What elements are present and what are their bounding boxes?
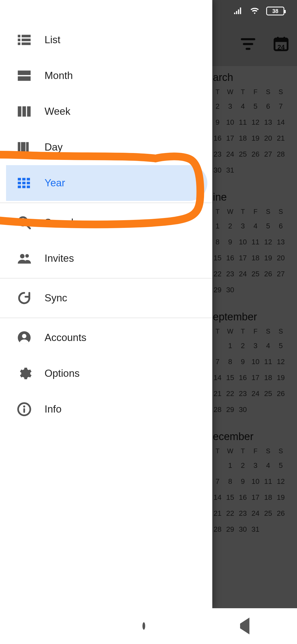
home-button[interactable] bbox=[142, 624, 145, 629]
svg-rect-23 bbox=[27, 182, 30, 184]
svg-rect-11 bbox=[18, 76, 31, 81]
drawer-item-label: List bbox=[45, 34, 61, 46]
svg-rect-10 bbox=[18, 70, 31, 75]
drawer-item-label: Options bbox=[45, 368, 80, 379]
week-icon bbox=[16, 104, 32, 119]
svg-rect-34 bbox=[23, 408, 25, 413]
drawer-item-label: Day bbox=[45, 141, 63, 153]
drawer-item-label: Week bbox=[45, 106, 70, 117]
svg-rect-15 bbox=[18, 142, 20, 152]
month-icon bbox=[16, 68, 32, 83]
svg-rect-16 bbox=[21, 142, 25, 152]
svg-point-28 bbox=[20, 254, 24, 258]
drawer-item-list[interactable]: List bbox=[0, 22, 212, 58]
drawer-item-label: Search bbox=[45, 217, 77, 228]
svg-rect-4 bbox=[18, 35, 20, 37]
svg-rect-21 bbox=[18, 182, 21, 184]
drawer-item-year[interactable]: Year bbox=[6, 165, 207, 201]
drawer-item-options[interactable]: Options bbox=[0, 356, 212, 391]
year-icon bbox=[16, 175, 32, 191]
drawer-item-month[interactable]: Month bbox=[0, 58, 212, 94]
people-icon bbox=[16, 251, 32, 266]
nav-drawer: List Month Week Day bbox=[0, 0, 212, 608]
battery-percent: 38 bbox=[272, 8, 278, 14]
svg-rect-17 bbox=[26, 142, 29, 152]
svg-rect-24 bbox=[18, 185, 21, 188]
gear-icon bbox=[16, 366, 32, 381]
divider bbox=[0, 203, 212, 203]
drawer-item-label: Sync bbox=[45, 292, 67, 304]
drawer-item-invites[interactable]: Invites bbox=[0, 241, 212, 276]
svg-rect-18 bbox=[18, 178, 21, 180]
svg-rect-7 bbox=[22, 39, 31, 41]
svg-point-31 bbox=[22, 334, 26, 338]
drawer-item-accounts[interactable]: Accounts bbox=[0, 320, 212, 356]
search-icon bbox=[16, 215, 32, 230]
drawer-item-week[interactable]: Week bbox=[0, 94, 212, 129]
screen-root: 24 archTWTFSS234567910111213141617181920… bbox=[0, 0, 297, 644]
drawer-item-sync[interactable]: Sync bbox=[0, 280, 212, 316]
divider bbox=[0, 278, 212, 279]
account-icon bbox=[16, 330, 32, 345]
svg-rect-26 bbox=[27, 185, 30, 188]
sync-icon bbox=[16, 290, 32, 306]
drawer-item-label: Info bbox=[45, 403, 62, 415]
svg-rect-12 bbox=[18, 106, 21, 116]
svg-rect-9 bbox=[22, 42, 31, 45]
signal-icon bbox=[232, 6, 243, 16]
drawer-item-info[interactable]: Info bbox=[0, 391, 212, 427]
info-icon bbox=[16, 402, 32, 417]
divider bbox=[0, 318, 212, 318]
svg-rect-8 bbox=[18, 42, 20, 45]
status-bar: 38 bbox=[0, 0, 297, 22]
svg-rect-5 bbox=[22, 35, 31, 37]
drawer-item-label: Invites bbox=[45, 253, 74, 264]
svg-rect-6 bbox=[18, 39, 20, 41]
svg-rect-13 bbox=[23, 106, 26, 116]
svg-point-33 bbox=[23, 405, 25, 407]
drawer-item-label: Month bbox=[45, 70, 73, 81]
list-icon bbox=[16, 32, 32, 48]
svg-rect-25 bbox=[22, 185, 26, 188]
back-button[interactable] bbox=[240, 624, 249, 629]
drawer-item-day[interactable]: Day bbox=[0, 129, 212, 165]
battery-indicator: 38 bbox=[266, 6, 286, 16]
drawer-item-label: Accounts bbox=[45, 332, 86, 343]
svg-rect-20 bbox=[27, 178, 30, 180]
day-icon bbox=[16, 140, 32, 155]
svg-rect-19 bbox=[22, 178, 26, 180]
svg-rect-14 bbox=[27, 106, 31, 116]
drawer-item-label: Year bbox=[45, 177, 65, 189]
system-nav-bar bbox=[0, 608, 297, 644]
wifi-icon bbox=[249, 6, 260, 16]
svg-rect-22 bbox=[22, 182, 26, 184]
svg-point-29 bbox=[25, 254, 29, 258]
drawer-item-search[interactable]: Search bbox=[0, 205, 212, 241]
